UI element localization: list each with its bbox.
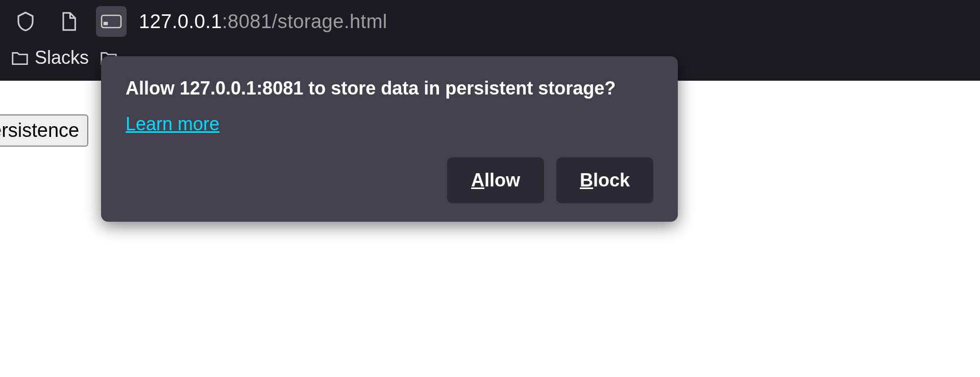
document-icon[interactable] — [53, 6, 84, 37]
permission-indicator-icon[interactable] — [96, 6, 127, 37]
url-path: :8081/storage.html — [222, 11, 387, 33]
folder-icon — [10, 48, 30, 67]
persistence-button[interactable]: ersistence — [0, 114, 88, 147]
allow-button-accel: A — [471, 170, 484, 191]
block-button-accel: B — [580, 170, 593, 191]
svg-rect-0 — [102, 15, 121, 28]
browser-toolbar: 127.0.0.1:8081/storage.html — [0, 0, 980, 43]
shield-icon[interactable] — [10, 6, 41, 37]
popup-actions: Allow Block — [126, 157, 653, 203]
permission-popup: Allow 127.0.0.1:8081 to store data in pe… — [101, 56, 678, 222]
svg-rect-1 — [104, 22, 107, 25]
block-button[interactable]: Block — [556, 157, 653, 203]
allow-button[interactable]: Allow — [447, 157, 544, 203]
url-host: 127.0.0.1 — [139, 11, 222, 33]
address-bar-url[interactable]: 127.0.0.1:8081/storage.html — [139, 11, 387, 33]
bookmark-label: Slacks — [35, 47, 89, 68]
learn-more-link[interactable]: Learn more — [126, 113, 219, 135]
popup-title: Allow 127.0.0.1:8081 to store data in pe… — [126, 78, 653, 99]
allow-button-rest: llow — [484, 170, 520, 191]
bookmark-item-slacks[interactable]: Slacks — [10, 47, 89, 68]
block-button-rest: lock — [593, 170, 630, 191]
